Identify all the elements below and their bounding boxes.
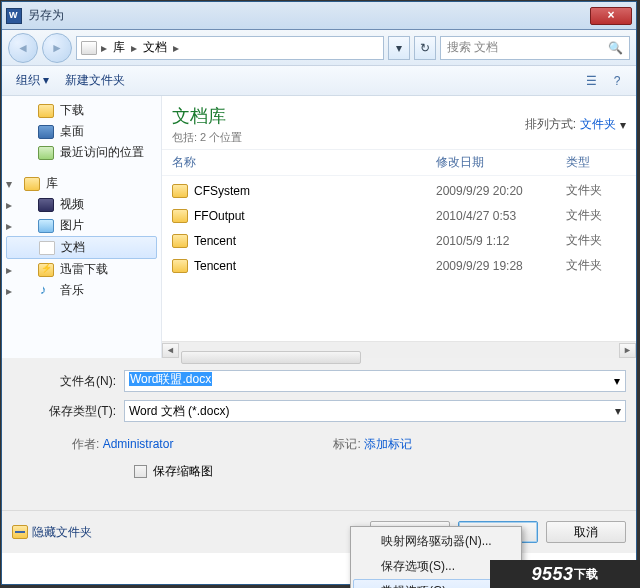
scroll-right-button[interactable]: ► — [619, 343, 636, 358]
chevron-down-icon: ▾ — [615, 404, 621, 418]
filetype-combo[interactable]: Word 文档 (*.docx) ▾ — [124, 400, 626, 422]
horizontal-scrollbar[interactable]: ◄ ► — [162, 341, 636, 358]
file-type: 文件夹 — [566, 257, 626, 274]
folder-icon — [172, 209, 188, 223]
file-name: Tencent — [194, 259, 236, 273]
search-icon: 🔍 — [608, 41, 623, 55]
view-options-button[interactable]: ☰ — [580, 71, 602, 91]
tree-label: 图片 — [60, 217, 84, 234]
file-type: 文件夹 — [566, 182, 626, 199]
save-thumbnail-row[interactable]: 保存缩略图 — [12, 463, 626, 480]
arrange-by-value[interactable]: 文件夹 — [580, 116, 616, 133]
file-modified: 2010/5/9 1:12 — [436, 234, 566, 248]
hide-folders-icon — [12, 525, 28, 539]
arrange-by[interactable]: 排列方式: 文件夹 ▾ — [525, 104, 626, 145]
file-row[interactable]: FFOutput2010/4/27 0:53文件夹 — [172, 203, 626, 228]
breadcrumb-documents[interactable]: 文档 — [141, 39, 169, 56]
column-name[interactable]: 名称 — [172, 154, 436, 171]
tags-placeholder[interactable]: 添加标记 — [364, 437, 412, 451]
navigation-tree[interactable]: 下载 桌面 最近访问的位置 ▾库 ▸视频 ▸图片 文档 ▸迅雷下载 ▸音乐 — [2, 96, 162, 358]
forward-button[interactable]: ► — [42, 33, 72, 63]
library-header: 文档库 包括: 2 个位置 排列方式: 文件夹 ▾ — [162, 96, 636, 150]
column-headers[interactable]: 名称 修改日期 类型 — [162, 150, 636, 176]
desktop-icon — [38, 125, 54, 139]
expander-icon[interactable]: ▸ — [6, 219, 16, 233]
hide-folders-label: 隐藏文件夹 — [32, 524, 92, 541]
library-subtitle: 包括: 2 个位置 — [172, 130, 242, 145]
folder-icon — [172, 184, 188, 198]
folder-icon — [81, 41, 97, 55]
tree-library[interactable]: ▾库 — [2, 173, 161, 194]
tree-label: 文档 — [61, 239, 85, 256]
column-type[interactable]: 类型 — [566, 154, 626, 171]
downloads-icon — [38, 104, 54, 118]
folder-icon — [172, 259, 188, 273]
expander-icon[interactable]: ▸ — [6, 263, 16, 277]
tree-music[interactable]: ▸音乐 — [2, 280, 161, 301]
filename-label: 文件名(N): — [12, 373, 124, 390]
tree-thunder[interactable]: ▸迅雷下载 — [2, 259, 161, 280]
author-field[interactable]: 作者: Administrator — [72, 436, 173, 453]
form-area: 文件名(N): Word联盟.docx ▾ 保存类型(T): Word 文档 (… — [2, 358, 636, 510]
tree-downloads[interactable]: 下载 — [2, 100, 161, 121]
file-row[interactable]: CFSystem2009/9/29 20:20文件夹 — [172, 178, 626, 203]
tree-desktop[interactable]: 桌面 — [2, 121, 161, 142]
thunder-icon — [38, 263, 54, 277]
file-row[interactable]: Tencent2009/9/29 19:28文件夹 — [172, 253, 626, 278]
tree-label: 桌面 — [60, 123, 84, 140]
chevron-right-icon: ▸ — [173, 41, 179, 55]
file-type: 文件夹 — [566, 232, 626, 249]
filename-input[interactable]: Word联盟.docx — [124, 370, 626, 392]
tree-documents[interactable]: 文档 — [6, 236, 157, 259]
expander-icon[interactable]: ▾ — [6, 177, 16, 191]
author-label: 作者: — [72, 437, 99, 451]
body: 下载 桌面 最近访问的位置 ▾库 ▸视频 ▸图片 文档 ▸迅雷下载 ▸音乐 文档… — [2, 96, 636, 358]
tags-field[interactable]: 标记: 添加标记 — [333, 436, 412, 453]
scroll-thumb[interactable] — [181, 351, 361, 364]
hide-folders-link[interactable]: 隐藏文件夹 — [12, 524, 92, 541]
file-list-pane: 文档库 包括: 2 个位置 排列方式: 文件夹 ▾ 名称 修改日期 类型 CFS… — [162, 96, 636, 358]
address-bar[interactable]: ▸ 库 ▸ 文档 ▸ — [76, 36, 384, 60]
back-button[interactable]: ◄ — [8, 33, 38, 63]
tree-videos[interactable]: ▸视频 — [2, 194, 161, 215]
new-folder-button[interactable]: 新建文件夹 — [59, 70, 131, 91]
scroll-left-button[interactable]: ◄ — [162, 343, 179, 358]
cancel-button[interactable]: 取消 — [546, 521, 626, 543]
file-modified: 2009/9/29 20:20 — [436, 184, 566, 198]
help-button[interactable]: ? — [606, 71, 628, 91]
word-app-icon — [6, 8, 22, 24]
tree-pictures[interactable]: ▸图片 — [2, 215, 161, 236]
address-dropdown[interactable]: ▾ — [388, 36, 410, 60]
titlebar[interactable]: 另存为 × — [2, 2, 636, 30]
author-value[interactable]: Administrator — [103, 437, 174, 451]
library-title: 文档库 — [172, 104, 242, 128]
tree-label: 下载 — [60, 102, 84, 119]
tree-label: 最近访问的位置 — [60, 144, 144, 161]
close-button[interactable]: × — [590, 7, 632, 25]
folder-icon — [172, 234, 188, 248]
document-icon — [39, 241, 55, 255]
search-placeholder: 搜索 文档 — [447, 39, 498, 56]
breadcrumb-library[interactable]: 库 — [111, 39, 127, 56]
expander-icon[interactable]: ▸ — [6, 198, 16, 212]
chevron-down-icon: ▾ — [620, 118, 626, 132]
file-name: Tencent — [194, 234, 236, 248]
expander-icon[interactable]: ▸ — [6, 284, 16, 298]
library-icon — [24, 177, 40, 191]
file-modified: 2010/4/27 0:53 — [436, 209, 566, 223]
filetype-label: 保存类型(T): — [12, 403, 124, 420]
chevron-down-icon[interactable]: ▾ — [614, 374, 620, 388]
file-row[interactable]: Tencent2010/5/9 1:12文件夹 — [172, 228, 626, 253]
video-icon — [38, 198, 54, 212]
file-name: FFOutput — [194, 209, 245, 223]
save-thumbnail-checkbox[interactable] — [134, 465, 147, 478]
column-modified[interactable]: 修改日期 — [436, 154, 566, 171]
chevron-right-icon: ▸ — [131, 41, 137, 55]
tree-recent-places[interactable]: 最近访问的位置 — [2, 142, 161, 163]
organize-button[interactable]: 组织 ▾ — [10, 70, 55, 91]
menu-map-network-drive[interactable]: 映射网络驱动器(N)... — [353, 529, 519, 554]
tags-label: 标记: — [333, 437, 360, 451]
refresh-button[interactable]: ↻ — [414, 36, 436, 60]
search-input[interactable]: 搜索 文档 🔍 — [440, 36, 630, 60]
tree-label: 库 — [46, 175, 58, 192]
